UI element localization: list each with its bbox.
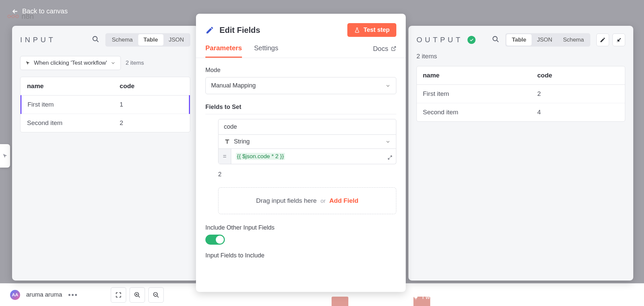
check-icon: [469, 38, 474, 42]
table-row[interactable]: Second item 2: [21, 114, 190, 132]
pin-output-button[interactable]: [612, 34, 625, 46]
input-tab-table[interactable]: Table: [138, 34, 163, 46]
input-view-tabs: Schema Table JSON: [105, 33, 190, 47]
input-tab-schema[interactable]: Schema: [106, 34, 138, 46]
node-title: Edit Fields: [219, 25, 260, 35]
output-tab-json[interactable]: JSON: [532, 34, 557, 46]
fields-to-set-label: Fields to Set: [205, 104, 396, 114]
expression-code: {{ $json.code * 2 }}: [236, 153, 285, 160]
cell: Second item: [417, 103, 531, 122]
docs-label: Docs: [373, 45, 388, 53]
zoom-in-icon: [134, 292, 141, 298]
output-title: OUTPUT: [416, 36, 463, 44]
input-col-name: name: [21, 77, 114, 96]
svg-point-0: [8, 15, 10, 18]
input-search-button[interactable]: [92, 36, 99, 44]
zoom-in-button[interactable]: [130, 287, 145, 303]
expand-icon: [387, 155, 393, 160]
input-title: INPUT: [20, 36, 56, 44]
input-table: name code First item 1 Second item 2: [20, 77, 190, 132]
add-field-dropzone[interactable]: Drag input fields here or Add Field: [218, 187, 396, 214]
test-step-button[interactable]: Test step: [347, 23, 396, 37]
feedback-text: I wish this node would…: [422, 294, 487, 301]
input-fields-include-label: Input Fields to Include: [205, 252, 396, 259]
output-table: name code First item 2 Second item 4: [416, 66, 625, 122]
expand-expression-button[interactable]: [387, 155, 393, 162]
text-type-icon: [224, 138, 231, 145]
svg-point-4: [493, 37, 497, 41]
edit-output-button[interactable]: [596, 34, 609, 46]
table-row[interactable]: First item 1: [21, 96, 190, 114]
field-type-value: String: [234, 138, 250, 145]
cell: 1: [114, 96, 190, 114]
input-tab-json[interactable]: JSON: [163, 34, 189, 46]
output-panel: OUTPUT Table JSON Schema: [408, 26, 633, 281]
mode-select[interactable]: Manual Mapping: [205, 77, 396, 94]
field-name-input[interactable]: code: [218, 119, 396, 135]
pin-icon: [616, 37, 622, 43]
input-source-label: When clicking 'Test workflow': [34, 60, 107, 66]
arrow-left-icon: [11, 8, 19, 15]
field-config: code String = {{ $json.code * 2 }}: [218, 119, 396, 164]
output-view-tabs: Table JSON Schema: [505, 33, 590, 47]
tab-settings[interactable]: Settings: [254, 44, 278, 58]
fullscreen-icon: [115, 292, 122, 298]
field-type-select[interactable]: String: [218, 135, 396, 149]
test-step-label: Test step: [363, 26, 390, 34]
table-row[interactable]: First item 2: [417, 85, 625, 103]
svg-point-3: [93, 37, 97, 41]
zoom-out-icon: [153, 292, 159, 298]
output-tab-schema[interactable]: Schema: [558, 34, 589, 46]
output-col-code: code: [531, 66, 625, 85]
cursor-icon: [25, 60, 31, 66]
edge-handle[interactable]: [0, 144, 10, 168]
input-source-select[interactable]: When clicking 'Test workflow': [20, 56, 121, 70]
output-success-badge: [467, 36, 476, 44]
table-row[interactable]: Second item 4: [417, 103, 625, 122]
docs-link[interactable]: Docs: [373, 45, 396, 57]
node-editor-panel: Edit Fields Test step Parameters Setting…: [196, 14, 406, 292]
dropzone-or: or: [320, 198, 326, 204]
lightbulb-icon: [413, 294, 419, 300]
cell: 2: [114, 114, 190, 132]
pencil-icon: [205, 26, 214, 35]
field-result-preview: 2: [218, 171, 396, 178]
external-link-icon: [391, 46, 396, 51]
include-other-fields-label: Include Other Input Fields: [205, 224, 396, 231]
cell: 2: [531, 85, 625, 103]
input-col-code: code: [114, 77, 190, 96]
search-icon: [492, 36, 499, 43]
mode-value: Manual Mapping: [211, 82, 256, 89]
hidden-toolbar-item: [332, 297, 348, 306]
include-other-fields-toggle[interactable]: [205, 235, 225, 245]
zoom-out-button[interactable]: [148, 287, 164, 303]
output-items-count: 2 items: [408, 53, 633, 66]
field-expression-input[interactable]: {{ $json.code * 2 }}: [231, 149, 396, 164]
back-label: Back to canvas: [22, 7, 68, 15]
output-col-name: name: [417, 66, 531, 85]
mode-label: Mode: [205, 67, 396, 74]
feedback-link[interactable]: I wish this node would…: [413, 294, 487, 301]
avatar[interactable]: AA: [10, 290, 20, 300]
back-to-canvas[interactable]: Back to canvas: [11, 7, 68, 15]
chevron-down-icon: [110, 60, 116, 66]
cursor-icon: [2, 153, 8, 159]
flask-icon: [354, 27, 360, 33]
expression-toggle[interactable]: =: [218, 149, 231, 164]
search-icon: [92, 36, 99, 43]
add-field-button[interactable]: Add Field: [329, 197, 358, 204]
chevron-down-icon: [385, 139, 391, 144]
output-search-button[interactable]: [492, 36, 499, 44]
cell: First item: [417, 85, 531, 103]
username: aruma aruma: [26, 291, 62, 298]
user-menu-button[interactable]: •••: [68, 291, 78, 299]
svg-point-1: [12, 15, 14, 18]
cell: Second item: [21, 114, 114, 132]
chevron-down-icon: [385, 83, 391, 88]
cell: First item: [21, 96, 114, 114]
dropzone-text: Drag input fields here: [256, 197, 317, 204]
output-tab-table[interactable]: Table: [506, 34, 532, 46]
input-panel: INPUT Schema Table JSON When clicking 'T…: [12, 26, 198, 281]
tab-parameters[interactable]: Parameters: [205, 44, 242, 58]
fit-view-button[interactable]: [111, 287, 126, 303]
